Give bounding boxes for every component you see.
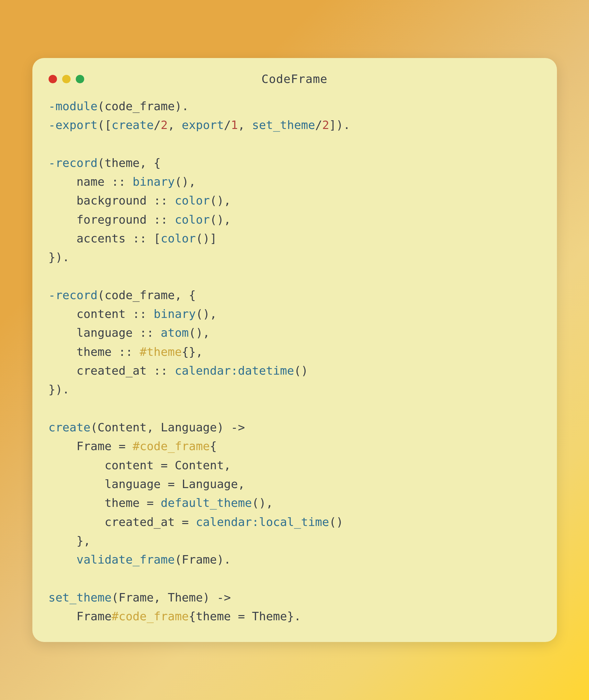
code-token: #code_frame bbox=[133, 439, 210, 453]
code-token: theme = bbox=[48, 496, 161, 510]
code-token: export bbox=[182, 118, 224, 132]
code-token: , bbox=[238, 118, 252, 132]
code-token: / bbox=[154, 118, 161, 132]
code-token: content = Content, bbox=[48, 458, 231, 472]
code-token: language :: bbox=[48, 326, 161, 339]
code-token: Frame bbox=[48, 609, 112, 623]
code-editor[interactable]: -module(code_frame). -export([create/2, … bbox=[48, 97, 541, 626]
code-token: content :: bbox=[48, 307, 154, 320]
code-token: (code_frame, { bbox=[97, 288, 196, 302]
code-token: -record bbox=[48, 288, 98, 302]
traffic-lights bbox=[48, 75, 84, 83]
zoom-icon[interactable] bbox=[76, 75, 84, 83]
code-token: theme :: bbox=[48, 345, 140, 359]
code-token: (), bbox=[196, 307, 217, 320]
code-token: set_theme bbox=[252, 118, 315, 132]
code-token: color bbox=[175, 194, 210, 207]
code-token: binary bbox=[154, 307, 196, 320]
code-token: 2 bbox=[322, 118, 329, 132]
code-token: / bbox=[224, 118, 231, 132]
code-token: name :: bbox=[48, 175, 133, 188]
code-token: (Frame). bbox=[175, 553, 231, 566]
code-token: (), bbox=[189, 326, 210, 339]
code-token: language = Language, bbox=[48, 477, 245, 491]
code-token: -module bbox=[48, 100, 98, 113]
code-token bbox=[48, 553, 77, 566]
code-token: (Frame, Theme) -> bbox=[112, 591, 231, 604]
code-token: 2 bbox=[161, 118, 168, 132]
code-token: (), bbox=[175, 175, 196, 188]
code-token: #code_frame bbox=[112, 609, 189, 623]
code-token: (theme, { bbox=[97, 156, 161, 169]
code-token: ]). bbox=[329, 118, 350, 132]
code-token: ()] bbox=[196, 232, 217, 245]
code-token: { bbox=[210, 439, 217, 453]
code-token: 1 bbox=[231, 118, 238, 132]
code-token: default_theme bbox=[161, 496, 252, 510]
code-token: (code_frame). bbox=[97, 100, 189, 113]
code-token: -export bbox=[48, 118, 98, 132]
code-token: #theme bbox=[140, 345, 182, 359]
code-token: (), bbox=[252, 496, 273, 510]
code-token: , bbox=[168, 118, 182, 132]
code-token: atom bbox=[161, 326, 189, 339]
window-title: CodeFrame bbox=[48, 72, 541, 86]
minimize-icon[interactable] bbox=[62, 75, 70, 83]
code-token: ([ bbox=[97, 118, 112, 132]
code-token: () bbox=[329, 515, 343, 529]
code-token: () bbox=[294, 364, 308, 377]
code-token: (Content, Language) -> bbox=[91, 421, 245, 434]
close-icon[interactable] bbox=[48, 75, 57, 83]
code-token: binary bbox=[133, 175, 175, 188]
code-token: calendar:datetime bbox=[175, 364, 294, 377]
code-token: -record bbox=[48, 156, 98, 169]
code-token: foreground :: bbox=[48, 213, 175, 226]
code-token: created_at = bbox=[48, 515, 196, 529]
code-token: created_at :: bbox=[48, 364, 175, 377]
code-token: (), bbox=[210, 213, 231, 226]
code-token: color bbox=[161, 232, 196, 245]
code-window: CodeFrame -module(code_frame). -export([… bbox=[32, 58, 557, 642]
titlebar: CodeFrame bbox=[48, 71, 541, 87]
code-token: }). bbox=[48, 383, 69, 396]
code-token: create bbox=[48, 421, 91, 434]
code-token: set_theme bbox=[48, 591, 112, 604]
code-token: background :: bbox=[48, 194, 175, 207]
code-token: {theme = Theme}. bbox=[189, 609, 301, 623]
code-token: create bbox=[112, 118, 154, 132]
code-token: accents :: [ bbox=[48, 232, 161, 245]
code-token: {}, bbox=[182, 345, 203, 359]
code-token: Frame = bbox=[48, 439, 133, 453]
code-token: calendar:local_time bbox=[196, 515, 329, 529]
code-token: }, bbox=[48, 534, 91, 547]
code-token: color bbox=[175, 213, 210, 226]
code-token: }). bbox=[48, 251, 69, 264]
code-token: / bbox=[315, 118, 322, 132]
code-token: (), bbox=[210, 194, 231, 207]
code-token: validate_frame bbox=[76, 553, 175, 566]
